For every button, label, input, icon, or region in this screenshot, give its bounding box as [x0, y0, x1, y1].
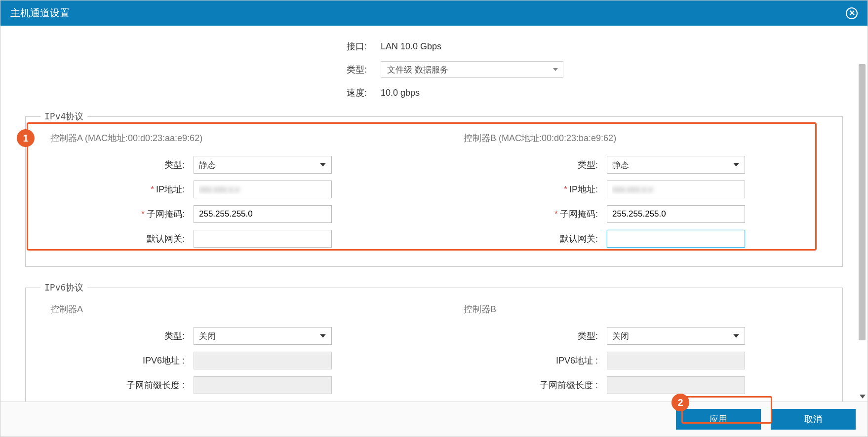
ipv6-a-type-select[interactable]: 关闭 — [194, 327, 332, 345]
controller-b-type-select[interactable]: 静态 — [607, 156, 745, 174]
ipv6-controller-b-title: 控制器B — [454, 303, 828, 315]
service-type-select[interactable]: 文件级 数据服务 — [381, 61, 563, 78]
ipv6-controller-b: 控制器B 类型: 关闭 IPV6地址 : 子网前 — [454, 303, 828, 401]
type-label-top: 类型: — [25, 64, 381, 75]
controller-a-mask-label: *子网掩码: — [40, 208, 194, 220]
cancel-button[interactable]: 取消 — [771, 409, 856, 430]
controller-a-ip-label: *IP地址: — [40, 183, 194, 195]
interface-value: LAN 10.0 Gbps — [381, 41, 441, 52]
ipv6-a-address-row: IPV6地址 : — [40, 352, 414, 369]
controller-b-gateway-input[interactable] — [607, 230, 745, 248]
controller-b-gateway-label: 默认网关: — [454, 233, 607, 245]
controller-a-type-row: 类型: 静态 — [40, 156, 414, 174]
apply-button[interactable]: 应用 — [676, 409, 761, 430]
dialog-body: 接口: LAN 10.0 Gbps 类型: 文件级 数据服务 速度: 10.0 … — [0, 26, 868, 401]
interface-row: 接口: LAN 10.0 Gbps — [25, 40, 843, 52]
ipv6-b-prefix-row: 子网前缀长度 : — [454, 376, 828, 394]
ipv6-b-type-label: 类型: — [454, 330, 607, 342]
controller-b-ip-row: *IP地址: — [454, 181, 828, 198]
speed-value: 10.0 gbps — [381, 88, 420, 98]
ipv6-a-type-label: 类型: — [40, 330, 194, 342]
controller-a-type-label: 类型: — [40, 159, 194, 171]
ipv6-a-prefix-row: 子网前缀长度 : — [40, 376, 414, 394]
ipv6-legend: IPv6协议 — [40, 282, 87, 293]
dialog-footer: 应用 取消 — [0, 401, 868, 437]
controller-b-ip-label: *IP地址: — [454, 183, 607, 195]
ipv6-b-type-select[interactable]: 关闭 — [607, 327, 745, 345]
controller-b-title: 控制器B (MAC地址:00:d0:23:ba:e9:62) — [454, 132, 828, 144]
annotation-callout-1: 1 — [17, 129, 35, 147]
ipv4-legend: IPv4协议 — [40, 110, 87, 122]
ipv6-fieldset: IPv6协议 控制器A 类型: 关闭 IPV6地址 : — [25, 282, 843, 401]
dialog-header: 主机通道设置 ✕ — [0, 0, 868, 26]
controller-a-mask-input[interactable] — [194, 205, 332, 223]
controller-a-mask-row: *子网掩码: — [40, 205, 414, 223]
ipv6-b-type-row: 类型: 关闭 — [454, 327, 828, 345]
scrollbar-down-icon[interactable] — [860, 395, 866, 399]
ipv6-b-address-label: IPV6地址 : — [454, 355, 607, 366]
controller-a-gateway-row: 默认网关: — [40, 230, 414, 248]
type-row: 类型: 文件级 数据服务 — [25, 61, 843, 78]
ipv6-a-prefix-input — [194, 376, 332, 394]
controller-b-ip-input[interactable] — [607, 181, 745, 198]
controller-b-mask-label: *子网掩码: — [454, 208, 607, 220]
controller-a-ip-row: *IP地址: — [40, 181, 414, 198]
controller-b-mask-input[interactable] — [607, 205, 745, 223]
ipv4-fieldset: IPv4协议 控制器A (MAC地址:00:d0:23:aa:e9:62) 类型… — [25, 110, 843, 267]
ipv4-controller-b: 控制器B (MAC地址:00:d0:23:ba:e9:62) 类型: 静态 *I… — [454, 132, 828, 255]
controller-b-gateway-row: 默认网关: — [454, 230, 828, 248]
ipv4-controllers: 控制器A (MAC地址:00:d0:23:aa:e9:62) 类型: 静态 *I… — [40, 132, 828, 255]
ipv6-controller-a: 控制器A 类型: 关闭 IPV6地址 : 子网前 — [40, 303, 414, 401]
ipv6-controller-a-title: 控制器A — [40, 303, 414, 315]
speed-label: 速度: — [25, 87, 381, 99]
ipv6-b-prefix-input — [607, 376, 745, 394]
ipv6-b-address-input — [607, 352, 745, 369]
controller-a-ip-input[interactable] — [194, 181, 332, 198]
ipv6-a-prefix-label: 子网前缀长度 : — [40, 379, 194, 391]
controller-a-title: 控制器A (MAC地址:00:d0:23:aa:e9:62) — [40, 132, 414, 144]
scrollbar-thumb[interactable] — [859, 64, 866, 340]
ipv4-controller-a: 控制器A (MAC地址:00:d0:23:aa:e9:62) 类型: 静态 *I… — [40, 132, 414, 255]
controller-a-gateway-label: 默认网关: — [40, 233, 194, 245]
ipv6-controllers: 控制器A 类型: 关闭 IPV6地址 : 子网前 — [40, 303, 828, 401]
controller-a-type-select[interactable]: 静态 — [194, 156, 332, 174]
ipv6-a-address-input — [194, 352, 332, 369]
top-info-section: 接口: LAN 10.0 Gbps 类型: 文件级 数据服务 速度: 10.0 … — [25, 40, 843, 99]
ipv6-a-type-row: 类型: 关闭 — [40, 327, 414, 345]
controller-b-type-label: 类型: — [454, 159, 607, 171]
host-channel-settings-dialog: 主机通道设置 ✕ 接口: LAN 10.0 Gbps 类型: 文件级 数据服务 … — [0, 0, 868, 437]
dialog-title: 主机通道设置 — [10, 6, 70, 20]
speed-row: 速度: 10.0 gbps — [25, 87, 843, 99]
annotation-callout-2: 2 — [671, 394, 689, 411]
interface-label: 接口: — [25, 40, 381, 52]
controller-b-type-row: 类型: 静态 — [454, 156, 828, 174]
ipv6-b-prefix-label: 子网前缀长度 : — [454, 379, 607, 391]
controller-b-mask-row: *子网掩码: — [454, 205, 828, 223]
controller-a-gateway-input[interactable] — [194, 230, 332, 248]
close-icon[interactable]: ✕ — [846, 7, 858, 19]
ipv6-a-address-label: IPV6地址 : — [40, 355, 194, 366]
service-type-value: 文件级 数据服务 — [387, 64, 448, 75]
ipv6-b-address-row: IPV6地址 : — [454, 352, 828, 369]
